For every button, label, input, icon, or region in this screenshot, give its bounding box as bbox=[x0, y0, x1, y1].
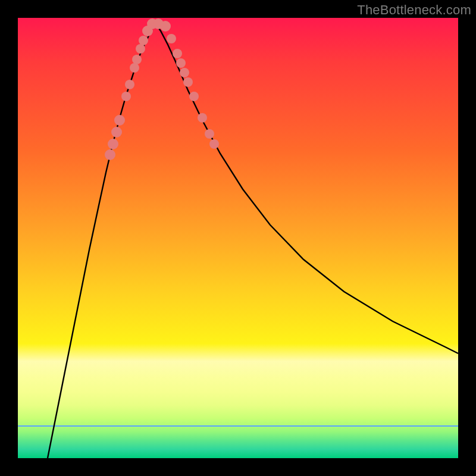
curve-left-branch bbox=[48, 23, 155, 458]
curve-svg bbox=[18, 18, 458, 458]
data-marker bbox=[180, 68, 189, 77]
data-marker bbox=[121, 92, 131, 101]
chart-frame: TheBottleneck.com bbox=[0, 0, 476, 476]
data-marker bbox=[205, 129, 214, 139]
data-marker bbox=[136, 44, 145, 54]
data-marker bbox=[111, 127, 122, 137]
plot-area bbox=[18, 18, 458, 458]
data-marker bbox=[173, 49, 182, 58]
data-marker bbox=[176, 58, 186, 68]
data-marker bbox=[160, 21, 171, 32]
data-marker bbox=[105, 149, 115, 160]
data-marker bbox=[130, 63, 139, 73]
data-marker bbox=[114, 115, 125, 126]
data-marker bbox=[139, 36, 148, 45]
data-marker bbox=[132, 55, 142, 64]
data-marker bbox=[198, 113, 207, 123]
watermark-text: TheBottleneck.com bbox=[357, 2, 471, 18]
data-marker bbox=[209, 139, 219, 149]
curve-right-branch bbox=[155, 23, 458, 353]
data-marker bbox=[108, 139, 118, 149]
data-marker bbox=[183, 77, 193, 87]
data-markers bbox=[105, 18, 219, 160]
data-marker bbox=[167, 34, 176, 43]
data-marker bbox=[125, 80, 134, 89]
data-marker bbox=[189, 92, 199, 101]
